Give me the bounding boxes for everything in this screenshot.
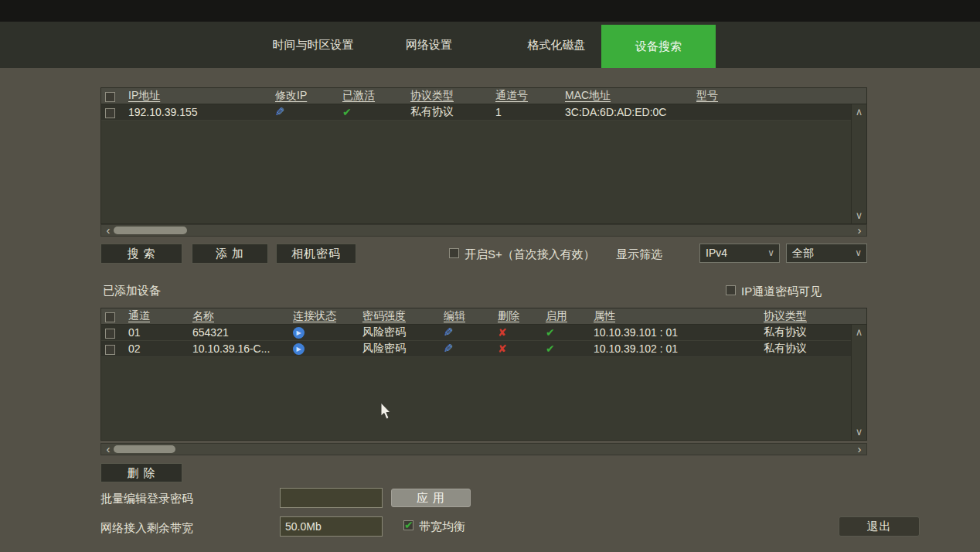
tab-device-search[interactable]: 设备搜索 bbox=[601, 25, 716, 68]
play-status-icon[interactable]: ▶ bbox=[293, 327, 305, 339]
cell-modify-ip[interactable]: ✎ bbox=[271, 105, 339, 119]
tab-format-disk[interactable]: 格式化磁盘 bbox=[502, 22, 611, 68]
ip-version-value: IPv4 bbox=[706, 247, 727, 259]
cell-ip: 192.10.39.155 bbox=[124, 106, 271, 118]
col-ip: IP地址 bbox=[124, 89, 271, 103]
edit-icon[interactable]: ✎ bbox=[444, 342, 454, 356]
select-all-checkbox[interactable] bbox=[105, 92, 115, 102]
tab-time-timezone[interactable]: 时间与时区设置 bbox=[247, 22, 379, 68]
row-checkbox-cell[interactable] bbox=[101, 342, 124, 355]
bandwidth-balance-checkbox[interactable] bbox=[403, 520, 413, 530]
ip-version-dropdown[interactable]: IPv4 ∨ bbox=[699, 244, 780, 263]
chevron-down-icon: ∨ bbox=[855, 244, 862, 262]
scroll-down-icon[interactable]: ∨ bbox=[852, 426, 866, 438]
cell-activated: ✔ bbox=[339, 106, 407, 118]
scroll-down-icon[interactable]: ∨ bbox=[852, 210, 866, 222]
row-checkbox[interactable] bbox=[105, 108, 115, 118]
cell-attribute: 10.10.39.102 : 01 bbox=[590, 342, 760, 355]
edit-ip-icon[interactable]: ✎ bbox=[275, 105, 285, 119]
device-search-screen: 时间与时区设置 网络设置 格式化磁盘 设备搜索 IP地址 修改IP 已激活 协议… bbox=[0, 0, 980, 552]
scope-dropdown[interactable]: 全部 ∨ bbox=[786, 244, 867, 263]
delete-button[interactable]: 删 除 bbox=[100, 463, 182, 482]
exit-button[interactable]: 退出 bbox=[839, 516, 920, 537]
select-all-checkbox[interactable] bbox=[105, 312, 115, 322]
search-table-vscrollbar[interactable]: ∧ ∨ bbox=[851, 104, 866, 223]
row-checkbox-cell[interactable] bbox=[101, 326, 124, 339]
hscroll-thumb[interactable] bbox=[114, 445, 175, 453]
select-all-checkbox-cell[interactable] bbox=[101, 310, 124, 322]
ip-channel-password-visible-label: IP通道密码可见 bbox=[741, 285, 822, 299]
scroll-right-icon[interactable]: › bbox=[854, 444, 865, 455]
scroll-left-icon[interactable]: ‹ bbox=[103, 225, 114, 236]
scroll-left-icon[interactable]: ‹ bbox=[103, 444, 114, 455]
ip-channel-password-visible-checkbox[interactable] bbox=[726, 285, 736, 295]
scroll-right-icon[interactable]: › bbox=[854, 225, 865, 236]
cell-channel: 01 bbox=[124, 326, 189, 339]
added-devices-table: 通道 名称 连接状态 密码强度 编辑 删除 启用 属性 协议类型 01 6543… bbox=[100, 308, 867, 441]
added-table-hscrollbar[interactable]: ‹ › bbox=[100, 443, 867, 455]
delete-icon[interactable]: ✘ bbox=[498, 342, 507, 355]
filter-label: 显示筛选 bbox=[616, 247, 662, 262]
cell-link-status[interactable]: ▶ bbox=[289, 326, 359, 339]
cell-delete[interactable]: ✘ bbox=[494, 342, 542, 355]
cell-enable[interactable]: ✔ bbox=[542, 326, 590, 339]
cell-channel-no: 1 bbox=[492, 106, 561, 118]
edit-icon[interactable]: ✎ bbox=[444, 325, 454, 339]
cell-password-strength: 风险密码 bbox=[359, 325, 440, 339]
row-checkbox-cell[interactable] bbox=[101, 106, 124, 118]
cell-delete[interactable]: ✘ bbox=[494, 326, 542, 339]
col-name: 名称 bbox=[189, 309, 289, 323]
scroll-up-icon[interactable]: ∧ bbox=[852, 326, 866, 339]
row-checkbox[interactable] bbox=[105, 345, 115, 355]
bandwidth-input[interactable] bbox=[280, 516, 383, 537]
search-table-row[interactable]: 192.10.39.155 ✎ ✔ 私有协议 1 3C:DA:6D:AD:ED:… bbox=[101, 104, 852, 121]
added-table-vscrollbar[interactable]: ∧ ∨ bbox=[851, 325, 866, 440]
select-all-checkbox-cell[interactable] bbox=[101, 90, 124, 102]
scope-value: 全部 bbox=[792, 247, 814, 259]
added-table-row[interactable]: 02 10.10.39.16-C... ▶ 风险密码 ✎ ✘ ✔ 10.10.3… bbox=[101, 341, 852, 357]
top-bezel bbox=[0, 0, 980, 22]
cell-link-status[interactable]: ▶ bbox=[289, 342, 359, 356]
enabled-check-icon[interactable]: ✔ bbox=[546, 326, 555, 339]
bandwidth-balance-label: 带宽均衡 bbox=[419, 520, 465, 534]
col-model: 型号 bbox=[692, 89, 866, 103]
batch-password-label: 批量编辑登录密码 bbox=[100, 492, 193, 506]
col-activated: 已激活 bbox=[339, 89, 407, 103]
col-attribute: 属性 bbox=[590, 309, 760, 323]
search-table-hscrollbar[interactable]: ‹ › bbox=[100, 224, 867, 237]
scroll-up-icon[interactable]: ∧ bbox=[852, 106, 866, 118]
cell-enable[interactable]: ✔ bbox=[542, 342, 590, 355]
added-devices-title: 已添加设备 bbox=[103, 284, 161, 298]
apply-button[interactable]: 应 用 bbox=[391, 489, 471, 507]
bandwidth-label: 网络接入剩余带宽 bbox=[100, 521, 193, 536]
col-link-status: 连接状态 bbox=[289, 309, 359, 323]
col-enable: 启用 bbox=[542, 309, 590, 323]
col-edit: 编辑 bbox=[440, 309, 494, 323]
cell-name: 10.10.39.16-C... bbox=[189, 342, 289, 355]
cell-edit[interactable]: ✎ bbox=[440, 325, 494, 339]
play-status-icon[interactable]: ▶ bbox=[293, 343, 305, 355]
s-plus-label: 开启S+（首次接入有效） bbox=[464, 247, 595, 262]
added-table-row[interactable]: 01 654321 ▶ 风险密码 ✎ ✘ ✔ 10.10.39.101 : 01… bbox=[101, 325, 852, 341]
enabled-check-icon[interactable]: ✔ bbox=[546, 342, 555, 355]
col-delete: 删除 bbox=[494, 309, 542, 323]
tab-network-settings[interactable]: 网络设置 bbox=[375, 22, 483, 68]
activated-check-icon: ✔ bbox=[342, 106, 352, 118]
cell-edit[interactable]: ✎ bbox=[440, 342, 494, 356]
col-mac: MAC地址 bbox=[561, 89, 692, 103]
camera-password-button[interactable]: 相机密码 bbox=[276, 244, 356, 264]
s-plus-checkbox[interactable] bbox=[449, 248, 459, 258]
col-protocol: 协议类型 bbox=[760, 309, 866, 323]
cell-mac: 3C:DA:6D:AD:ED:0C bbox=[561, 106, 692, 118]
cell-channel: 02 bbox=[124, 342, 189, 355]
cell-protocol: 私有协议 bbox=[760, 325, 852, 339]
col-channel: 通道 bbox=[124, 309, 189, 323]
cell-password-strength: 风险密码 bbox=[359, 342, 440, 356]
search-button[interactable]: 搜 索 bbox=[100, 244, 182, 264]
delete-icon[interactable]: ✘ bbox=[498, 326, 507, 339]
hscroll-thumb[interactable] bbox=[114, 227, 187, 234]
chevron-down-icon: ∨ bbox=[767, 244, 774, 262]
row-checkbox[interactable] bbox=[105, 329, 115, 339]
add-button[interactable]: 添 加 bbox=[192, 244, 268, 264]
batch-password-input[interactable] bbox=[280, 488, 383, 508]
